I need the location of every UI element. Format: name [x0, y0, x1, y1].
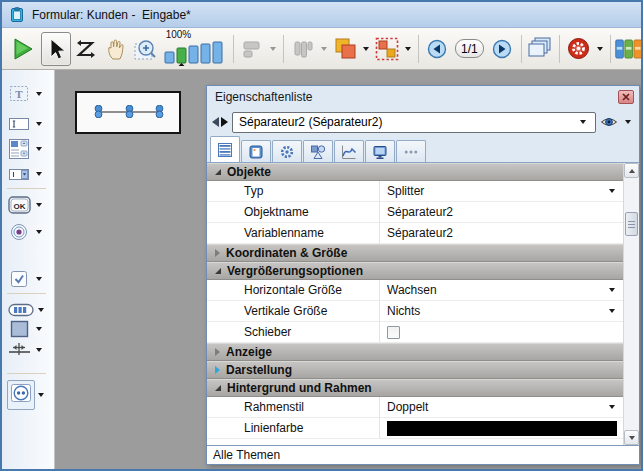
splitter-tool-dropdown[interactable] [36, 348, 42, 352]
align-vertical-button [288, 32, 318, 66]
arrange-button[interactable] [330, 32, 360, 66]
tab-display[interactable] [365, 140, 395, 162]
dropdown-icon[interactable] [609, 309, 615, 313]
main-toolbar: 100% [2, 28, 641, 70]
status-text: Alle Themen [213, 448, 280, 462]
scroll-up-button[interactable] [624, 163, 639, 178]
separator-tool[interactable] [2, 382, 55, 408]
line-color-swatch[interactable] [387, 421, 617, 436]
panel-status-bar: Alle Themen [207, 445, 639, 464]
combobox-tool-dropdown[interactable] [36, 172, 42, 176]
schieber-checkbox[interactable] [387, 326, 400, 339]
panel-tool-dropdown[interactable] [36, 327, 42, 331]
palette-separator [7, 293, 46, 294]
radiobutton-tool-dropdown[interactable] [36, 230, 42, 234]
visibility-eye-icon[interactable] [600, 115, 618, 129]
scrollbar-thumb[interactable] [625, 212, 638, 236]
property-row-linienfarbe[interactable]: Linienfarbe [207, 418, 623, 439]
properties-panel-titlebar[interactable]: Eigenschaftenliste [207, 86, 639, 108]
pan-tool-button[interactable] [101, 32, 131, 66]
checkbox-tool-dropdown[interactable] [36, 277, 42, 281]
monitor-icon [372, 144, 388, 160]
form-preview-box[interactable] [75, 91, 181, 134]
tab-settings[interactable] [272, 140, 302, 162]
prev-object-icon[interactable] [212, 117, 219, 127]
property-label: Linienfarbe [207, 421, 379, 435]
separator-tool-selection [7, 380, 35, 410]
zoom-level-widget[interactable]: 100% [164, 30, 226, 67]
splitter-tool[interactable] [2, 337, 55, 363]
listbox-tool-dropdown[interactable] [36, 147, 42, 151]
property-row-horizontale-groesse[interactable]: Horizontale Größe Wachsen [207, 280, 623, 301]
zoom-level-label: 100% [166, 30, 192, 40]
align-horizontal-icon [241, 38, 263, 60]
select-tool-button[interactable] [41, 32, 71, 66]
dropdown-icon[interactable] [609, 189, 615, 193]
property-row-rahmenstil[interactable]: Rahmenstil Doppelt [207, 397, 623, 418]
options-gear-icon [567, 37, 590, 60]
align-horizontal-button [237, 32, 267, 66]
section-vergroesserungsoptionen[interactable]: Vergrößerungsoptionen [207, 262, 623, 280]
selection-frame-icon [374, 36, 400, 62]
tab-shapes[interactable] [303, 140, 333, 162]
section-darstellung[interactable]: Darstellung [207, 361, 623, 379]
panel-scrollbar[interactable] [623, 163, 639, 445]
property-row-typ[interactable]: Typ Splitter [207, 181, 623, 202]
expanded-icon [215, 268, 221, 274]
options-button[interactable] [564, 32, 594, 66]
collapsed-icon [215, 366, 220, 374]
textbox-tool[interactable] [2, 111, 55, 137]
combobox-tool[interactable] [2, 161, 55, 187]
property-row-variablenname[interactable]: Variablenname Séparateur2 [207, 223, 623, 244]
toolbar-tool-dropdown[interactable] [38, 308, 44, 312]
selection-handle[interactable] [125, 105, 134, 118]
selection-frame-dropdown[interactable] [405, 47, 411, 51]
panel-close-button[interactable] [618, 90, 634, 104]
views-button[interactable] [525, 32, 555, 66]
tool-palette: T [2, 70, 55, 469]
property-row-objektname[interactable]: Objektname Séparateur2 [207, 202, 623, 223]
dropdown-icon[interactable] [609, 405, 615, 409]
radiobutton-tool[interactable] [2, 219, 55, 245]
label-tool-dropdown[interactable] [36, 92, 42, 96]
properties-list-icon [217, 142, 233, 158]
page-indicator[interactable]: 1/1 [455, 39, 484, 58]
property-row-schieber[interactable]: Schieber [207, 322, 623, 343]
button-tool-dropdown[interactable] [36, 203, 42, 207]
scroll-down-button[interactable] [624, 430, 639, 445]
tab-curve[interactable] [334, 140, 364, 162]
help-books-button[interactable] [614, 32, 643, 66]
section-objekte[interactable]: Objekte [207, 163, 623, 181]
dropdown-icon[interactable] [609, 288, 615, 292]
next-object-icon[interactable] [221, 117, 228, 127]
section-label: Anzeige [226, 345, 272, 359]
help-books-icon [615, 34, 643, 64]
prev-page-icon [427, 39, 447, 59]
section-koordinaten[interactable]: Koordinaten & Größe [207, 244, 623, 262]
listbox-tool[interactable] [2, 136, 55, 162]
section-hintergrund-und-rahmen[interactable]: Hintergrund und Rahmen [207, 379, 623, 397]
separator-tool-dropdown[interactable] [38, 393, 44, 397]
property-row-vertikale-groesse[interactable]: Vertikale Größe Nichts [207, 301, 623, 322]
tab-order-button[interactable] [71, 32, 101, 66]
next-page-button[interactable] [487, 32, 517, 66]
tab-properties[interactable] [210, 136, 240, 162]
options-dropdown[interactable] [597, 47, 603, 51]
run-button[interactable] [7, 32, 37, 66]
button-tool[interactable]: OK [2, 192, 55, 218]
label-tool[interactable]: T [2, 81, 55, 107]
property-value: Nichts [387, 304, 420, 318]
section-anzeige[interactable]: Anzeige [207, 343, 623, 361]
arrange-dropdown[interactable] [363, 47, 369, 51]
selection-handle[interactable] [155, 105, 164, 118]
visibility-dropdown[interactable] [625, 120, 631, 124]
zoom-tool-button[interactable] [131, 32, 161, 66]
tab-more[interactable] [396, 140, 426, 162]
tab-book[interactable] [241, 140, 271, 162]
checkbox-tool[interactable] [2, 266, 55, 292]
object-selector-combobox[interactable]: Séparateur2 (Séparateur2) [232, 112, 596, 133]
selection-handle[interactable] [94, 105, 103, 118]
prev-page-button[interactable] [422, 32, 452, 66]
textbox-tool-dropdown[interactable] [36, 122, 42, 126]
selection-frame-button[interactable] [372, 32, 402, 66]
